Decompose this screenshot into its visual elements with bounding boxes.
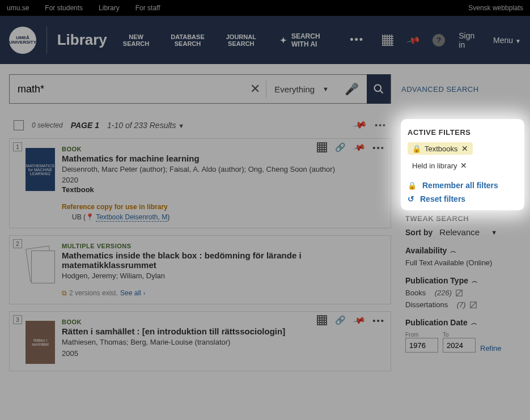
result-title[interactable]: Mathematics for machine learning <box>62 154 384 163</box>
result-authors: Hodgen, Jeremy; Wiliam, Dylan <box>62 271 384 281</box>
site-title[interactable]: Library <box>57 31 107 49</box>
clear-search-icon[interactable]: ✕ <box>244 82 266 96</box>
permalink-icon[interactable]: 🔗 <box>335 315 346 325</box>
top-utility-bar: umu.se For students Library For staff Sv… <box>0 0 530 16</box>
facet-item-fulltext[interactable]: Full Text Available (Online) <box>405 258 520 267</box>
more-actions-icon[interactable]: ••• <box>375 121 387 130</box>
chevron-up-icon: ︿ <box>450 247 456 255</box>
voice-search-icon[interactable]: 🎤 <box>337 82 367 96</box>
qr-icon[interactable] <box>382 33 394 47</box>
results-header: 0 selected PAGE 1 1-10 of 233 Results ▼ … <box>9 108 391 138</box>
shelf-location: UB (📍 Textbook Deisenroth, M) <box>72 213 384 221</box>
result-year: 2005 <box>62 349 384 358</box>
search-input[interactable] <box>10 83 244 95</box>
filter-chip-held-in-library[interactable]: Held in library ✕ <box>408 159 472 172</box>
topbar-link-students[interactable]: For students <box>45 4 83 12</box>
chevron-right-icon: › <box>143 290 146 296</box>
magnifier-icon <box>373 83 384 95</box>
qr-icon[interactable] <box>317 142 327 152</box>
pin-icon[interactable]: 📌 <box>353 117 368 132</box>
search-scope-dropdown[interactable]: Everything ▼ <box>266 84 337 94</box>
see-all-link[interactable]: See all <box>120 289 141 297</box>
remove-filter-icon[interactable]: ✕ <box>460 161 467 170</box>
advanced-search-link[interactable]: ADVANCED SEARCH <box>401 85 479 94</box>
divider <box>46 27 47 54</box>
search-button[interactable] <box>367 74 391 104</box>
nav-search-with-ai[interactable]: ✦ SEARCH WITH AI <box>272 32 332 48</box>
result-authors: Mathiesen, Thomas; Berg, Marie-Louise (t… <box>62 337 384 347</box>
chevron-up-icon: ︿ <box>472 277 478 285</box>
lock-icon: 🔒 <box>412 145 421 153</box>
result-number: 3 <box>13 315 22 324</box>
date-to-input[interactable] <box>443 338 476 353</box>
main-header: UMEÅ UNIVERSITY Library NEWSEARCH DATABA… <box>0 16 530 64</box>
result-thumbnail[interactable]: MATHEMATICS for MACHINE LEARNING <box>26 148 55 191</box>
result-number: 2 <box>13 239 22 248</box>
more-actions-icon[interactable]: ••• <box>372 143 385 152</box>
sign-in-button[interactable]: Sign in <box>459 31 480 49</box>
refine-button[interactable]: Refine <box>480 344 502 353</box>
versions-row: ⧉ 2 versions exist. See all › <box>62 289 384 297</box>
facet-publication-date[interactable]: Publication Date ︿ <box>405 318 520 327</box>
result-card: 1 MATHEMATICS for MACHINE LEARNING BOOK … <box>9 138 391 228</box>
sort-by-label: Sort by <box>405 228 433 237</box>
remember-all-filters-button[interactable]: 🔒 Remember all filters <box>408 181 518 190</box>
pin-icon[interactable]: 📌 <box>352 140 366 154</box>
svg-line-3 <box>456 290 463 296</box>
nav-journal-search[interactable]: JOURNALSEARCH <box>221 33 262 47</box>
facet-availability[interactable]: Availability ︿ <box>405 246 520 255</box>
results-range[interactable]: 1-10 of 233 Results ▼ <box>107 121 184 130</box>
exclude-icon[interactable] <box>455 289 463 297</box>
reference-copy-label: Reference copy for use in library <box>62 203 384 211</box>
result-type: MULTIPLE VERSIONS <box>62 243 384 249</box>
location-pin-icon: 📍 <box>86 213 94 221</box>
more-actions-icon[interactable]: ••• <box>372 316 385 325</box>
remove-filter-icon[interactable]: ✕ <box>461 144 468 153</box>
chevron-down-icon: ▼ <box>515 38 521 44</box>
result-title[interactable]: Mathematics inside the black box : bedöm… <box>62 251 384 270</box>
nav-database-search[interactable]: DATABASESEARCH <box>165 33 210 47</box>
qr-icon[interactable] <box>317 315 327 325</box>
filter-chip-textbooks[interactable]: 🔒 Textbooks ✕ <box>408 142 473 155</box>
reset-filters-button[interactable]: ↺ Reset filters <box>408 194 518 203</box>
date-from-input[interactable] <box>405 338 438 353</box>
facet-item-dissertations[interactable]: Dissertations (7) <box>405 300 520 309</box>
result-title[interactable]: Rätten i samhället : [en introduktion ti… <box>62 326 384 336</box>
pin-icon[interactable]: 📌 <box>352 313 366 328</box>
pin-icon[interactable]: 📌 <box>405 31 422 49</box>
versions-icon: ⧉ <box>62 289 67 297</box>
topbar-link-staff[interactable]: For staff <box>135 4 160 12</box>
from-label: From <box>405 332 438 338</box>
menu-button[interactable]: Menu▼ <box>493 36 521 45</box>
shelf-link[interactable]: Textbook Deisenroth, M <box>96 213 167 222</box>
permalink-icon[interactable]: 🔗 <box>335 142 346 152</box>
facet-item-books[interactable]: Books (226) <box>405 289 520 297</box>
chevron-down-icon: ▼ <box>323 86 329 92</box>
search-row: ✕ Everything ▼ 🎤 ADVANCED SEARCH <box>0 64 530 108</box>
sort-dropdown[interactable]: Relevance ▼ <box>439 227 497 237</box>
tweak-search-panel: TWEAK SEARCH Sort by Relevance ▼ Availab… <box>405 214 520 353</box>
search-box: ✕ Everything ▼ 🎤 <box>9 74 391 104</box>
svg-line-1 <box>380 91 383 94</box>
facet-publication-type[interactable]: Publication Type ︿ <box>405 276 520 285</box>
lock-icon: 🔒 <box>408 181 417 190</box>
language-switch[interactable]: Svensk webbplats <box>468 4 523 12</box>
topbar-link-umu[interactable]: umu.se <box>7 4 29 12</box>
select-all-checkbox[interactable] <box>14 120 24 130</box>
result-thumbnail-multi[interactable] <box>26 245 55 288</box>
university-logo[interactable]: UMEÅ UNIVERSITY <box>9 27 36 54</box>
help-icon[interactable]: ? <box>433 33 445 47</box>
result-number: 1 <box>13 142 22 151</box>
result-year: 2020 <box>62 176 384 184</box>
result-card: 3 Rätten i samhället BOOK Rätten i samhä… <box>9 311 391 371</box>
svg-point-0 <box>375 85 381 92</box>
selected-count: 0 selected <box>32 121 63 129</box>
topbar-link-library[interactable]: Library <box>99 4 120 12</box>
nav-more[interactable]: ••• <box>342 34 372 46</box>
chevron-down-icon: ▼ <box>178 122 184 129</box>
result-card: 2 MULTIPLE VERSIONS Mathematics inside t… <box>9 235 391 304</box>
active-filters-panel: ACTIVE FILTERS 🔒 Textbooks ✕ Held in lib… <box>401 119 524 210</box>
exclude-icon[interactable] <box>469 301 477 309</box>
result-thumbnail[interactable]: Rätten i samhället <box>26 321 55 364</box>
nav-new-search[interactable]: NEWSEARCH <box>117 33 155 47</box>
